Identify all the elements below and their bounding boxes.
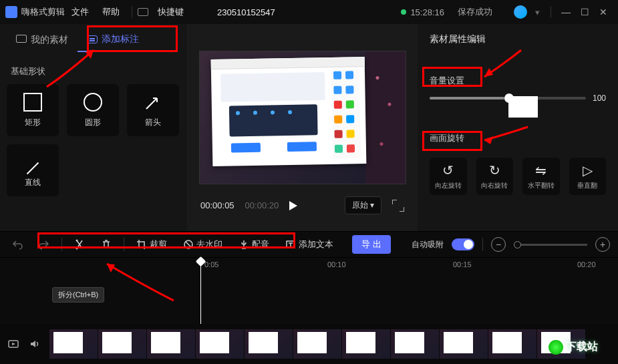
watermark-logo-icon: [549, 340, 563, 355]
shape-rect-button[interactable]: 矩形: [7, 84, 59, 136]
preview-screenshot: [210, 57, 366, 166]
delete-button[interactable]: [97, 236, 116, 252]
time-ruler[interactable]: 0:05 00:10 00:15 00:20: [0, 258, 618, 274]
video-preview[interactable]: [199, 51, 406, 184]
shape-line-button[interactable]: 直线: [7, 144, 59, 196]
chevron-down-icon: ▾: [370, 200, 374, 210]
shape-circle-label: 圆形: [85, 117, 101, 128]
menu-help[interactable]: 帮助: [102, 6, 120, 18]
dub-button[interactable]: 配音: [235, 236, 273, 253]
menu-file[interactable]: 文件: [71, 6, 89, 18]
flip-vertical-button[interactable]: ▷ 垂直翻: [569, 158, 607, 195]
left-panel: 我的素材 添加标注 基础形状 矩形 圆形 箭头: [0, 24, 187, 231]
properties-title: 素材属性编辑: [430, 33, 606, 45]
app-name: 嗨格式剪辑: [21, 6, 65, 18]
rotate-left-icon: ↺: [442, 162, 454, 178]
add-text-button[interactable]: 添加文本: [281, 236, 337, 253]
export-label: 导 出: [361, 239, 381, 249]
clip-thumb[interactable]: [147, 329, 195, 359]
annotation-icon: [87, 35, 98, 43]
ruler-tick: 00:20: [577, 260, 596, 268]
titlebar: 嗨格式剪辑 文件 帮助 快捷键 230510152547 15:28:16 保存…: [0, 0, 618, 24]
export-button[interactable]: 导 出: [352, 235, 391, 254]
divider: [551, 6, 551, 18]
flip-h-icon: ⇋: [535, 162, 547, 178]
zoom-out-button[interactable]: −: [491, 237, 506, 252]
zoom-in-button[interactable]: +: [595, 237, 610, 252]
shape-arrow-label: 箭头: [145, 117, 161, 128]
add-text-label: 添加文本: [299, 238, 333, 250]
square-icon: [23, 93, 42, 112]
rotate-right-icon: ↻: [489, 162, 500, 178]
maximize-button[interactable]: ☐: [575, 7, 594, 17]
flip-v-label: 垂直翻: [577, 181, 597, 190]
preview-play-button[interactable]: [7, 337, 20, 351]
fullscreen-button[interactable]: [392, 200, 404, 212]
line-icon: [23, 153, 42, 172]
flip-horizontal-button[interactable]: ⇋ 水平翻转: [522, 158, 560, 195]
clip-thumb[interactable]: [488, 329, 536, 359]
auto-snap-toggle[interactable]: [452, 238, 474, 250]
shape-circle-button[interactable]: 圆形: [67, 84, 119, 136]
clip-thumb[interactable]: [440, 329, 488, 359]
flip-v-icon: ▷: [583, 162, 593, 178]
svg-point-0: [76, 240, 78, 242]
dub-label: 配音: [252, 238, 269, 250]
menu-shortcuts[interactable]: 快捷键: [158, 6, 184, 18]
divider: [132, 6, 132, 18]
site-watermark: 下载站: [549, 340, 598, 355]
tab-annotate-label: 添加标注: [102, 33, 139, 45]
clip-thumb[interactable]: [391, 329, 439, 359]
folder-icon: [16, 35, 27, 45]
resolution-label: 原始: [352, 200, 368, 210]
shape-arrow-button[interactable]: 箭头: [127, 84, 179, 136]
avatar-chevron-icon[interactable]: ▾: [535, 7, 540, 17]
ruler-tick: 0:05: [204, 260, 218, 268]
rotate-left-button[interactable]: ↺ 向左旋转: [430, 158, 467, 195]
total-time: 00:00:20: [245, 200, 279, 210]
rotate-right-label: 向右旋转: [481, 181, 508, 190]
volume-slider[interactable]: [430, 97, 586, 100]
auto-snap-label: 自动吸附: [412, 239, 444, 250]
split-button[interactable]: [70, 236, 89, 252]
circle-icon: [84, 93, 102, 112]
current-time: 00:00:05: [200, 200, 235, 210]
crop-button[interactable]: 裁剪: [132, 236, 171, 253]
minimize-button[interactable]: —: [557, 7, 575, 17]
user-avatar[interactable]: [514, 5, 527, 19]
rotate-left-label: 向左旋转: [435, 181, 462, 190]
close-button[interactable]: ✕: [594, 7, 613, 17]
tab-annotate[interactable]: 添加标注: [78, 28, 148, 52]
volume-section-label: 音量设置: [430, 75, 464, 87]
project-id: 230510152547: [217, 7, 275, 17]
rotate-right-button[interactable]: ↻ 向右旋转: [476, 158, 514, 195]
flip-h-label: 水平翻转: [528, 181, 555, 190]
shapes-section-label: 基础形状: [0, 56, 187, 84]
shape-rect-label: 矩形: [25, 117, 41, 128]
shape-line-label: 直线: [25, 177, 41, 188]
zoom-slider[interactable]: [514, 244, 587, 246]
redo-button[interactable]: [35, 236, 53, 252]
keyboard-icon: [138, 8, 148, 16]
mute-button[interactable]: [28, 337, 41, 351]
rotate-section-label: 画面旋转: [430, 132, 464, 144]
clip-thumbnails[interactable]: 20230510-151 2023051 20230510-151011.mp4: [49, 329, 611, 359]
arrow-icon: [144, 93, 162, 112]
undo-button[interactable]: [8, 236, 27, 252]
ruler-tick: 00:10: [327, 260, 346, 268]
clip-thumb[interactable]: [342, 329, 390, 359]
clip-thumb[interactable]: [196, 329, 244, 359]
preview-background: [365, 51, 406, 184]
resolution-select[interactable]: 原始 ▾: [345, 196, 381, 214]
tab-materials[interactable]: 我的素材: [7, 29, 78, 51]
clip-thumb[interactable]: [245, 329, 293, 359]
properties-panel: 素材属性编辑 音量设置 100 画面旋转 ↺ 向左旋转 ↻ 向右旋转 ⇋ 水平翻…: [418, 24, 618, 231]
play-button[interactable]: [289, 201, 297, 210]
clip-thumb[interactable]: [98, 329, 146, 359]
status-dot-icon: [401, 9, 406, 15]
remove-watermark-button[interactable]: 去水印: [179, 236, 226, 253]
status-time: 15:28:16: [410, 7, 444, 17]
clip-thumb[interactable]: [293, 329, 341, 359]
volume-value: 100: [593, 94, 606, 103]
clip-thumb[interactable]: [49, 329, 98, 359]
